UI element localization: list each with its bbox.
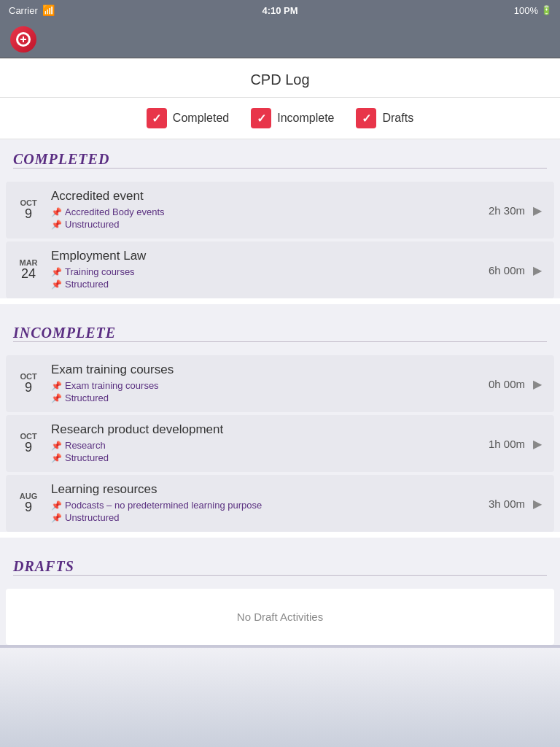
- date-block-0: OCT 9: [15, 198, 42, 222]
- inc-arrow-icon-1[interactable]: ▶: [529, 436, 545, 452]
- inc-activity-title-0: Exam training courses: [51, 363, 480, 377]
- tab-completed[interactable]: Completed: [147, 108, 229, 128]
- arrow-icon-0[interactable]: ▶: [529, 202, 545, 218]
- incomplete-check-icon: [251, 108, 271, 128]
- inc-duration-text-0: 0h 00m: [489, 378, 525, 390]
- tag-text-0-1: Unstructured: [65, 219, 119, 230]
- inc-date-block-0: OCT 9: [15, 372, 42, 395]
- inc-tag-text-2-1: Unstructured: [65, 512, 119, 523]
- completed-check-icon: [147, 108, 167, 128]
- status-bar: Carrier 📶 4:10 PM 100% 🔋: [0, 0, 560, 20]
- background-area: [0, 648, 560, 747]
- drafts-section-title: DRAFTS: [13, 558, 547, 575]
- inc-tag-text-0-0: Exam training courses: [65, 380, 159, 391]
- tab-incomplete[interactable]: Incomplete: [251, 108, 334, 128]
- incomplete-section: INCOMPLETE OCT 9 Exam training courses 📌…: [0, 313, 560, 532]
- inc-arrow-icon-0[interactable]: ▶: [529, 376, 545, 392]
- nav-bar: [0, 20, 560, 58]
- inc-activity-tag-2-0: 📌 Podcasts – no predetermined learning p…: [51, 500, 480, 511]
- cpd-title-section: CPD Log: [0, 58, 560, 98]
- duration-text-1: 6h 00m: [489, 264, 525, 276]
- activity-title-1: Employment Law: [51, 249, 480, 263]
- inc-date-block-1: OCT 9: [15, 432, 42, 455]
- inc-date-day-1: 9: [25, 441, 32, 455]
- spacer-2: [0, 538, 560, 546]
- completed-item-0[interactable]: OCT 9 Accredited event 📌 Accredited Body…: [6, 182, 554, 239]
- inc-activity-title-2: Learning resources: [51, 482, 480, 497]
- inc-activity-tag-2-1: 📌 Unstructured: [51, 512, 480, 523]
- tab-drafts-label: Drafts: [382, 112, 413, 125]
- inc-activity-title-1: Research product development: [51, 422, 480, 437]
- incomplete-header: INCOMPLETE: [0, 313, 560, 352]
- incomplete-item-1[interactable]: OCT 9 Research product development 📌 Res…: [6, 415, 554, 472]
- incomplete-section-title: INCOMPLETE: [13, 325, 547, 341]
- inc-duration-text-1: 1h 00m: [489, 438, 525, 450]
- activity-tag-1-1: 📌 Structured: [51, 279, 480, 290]
- inc-tag-pin-icon-1-1: 📌: [51, 453, 62, 463]
- duration-text-0: 2h 30m: [489, 204, 525, 217]
- spacer-1: [0, 304, 560, 313]
- battery-icon: 🔋: [541, 5, 551, 15]
- inc-tag-text-1-0: Research: [65, 440, 106, 451]
- inc-activity-tag-1-0: 📌 Research: [51, 440, 480, 451]
- inc-date-day-0: 9: [25, 381, 32, 395]
- inc-activity-tag-0-1: 📌 Structured: [51, 392, 480, 403]
- tag-pin-icon-0-0: 📌: [51, 207, 62, 217]
- tag-text-1-0: Training courses: [65, 266, 135, 277]
- wifi-icon: 📶: [42, 4, 55, 16]
- inc-activity-info-2: Learning resources 📌 Podcasts – no prede…: [51, 482, 480, 525]
- status-bar-left: Carrier 📶: [9, 4, 55, 16]
- tab-completed-label: Completed: [173, 112, 229, 125]
- inc-activity-tag-0-0: 📌 Exam training courses: [51, 380, 480, 391]
- date-day-1: 24: [21, 267, 36, 282]
- main-content: CPD Log Completed Incomplete Drafts COMP…: [0, 58, 560, 645]
- inc-date-block-2: AUG 9: [15, 492, 42, 515]
- inc-tag-pin-icon-0-1: 📌: [51, 393, 62, 403]
- carrier-label: Carrier: [9, 5, 38, 16]
- incomplete-item-0[interactable]: OCT 9 Exam training courses 📌 Exam train…: [6, 355, 554, 412]
- completed-header: COMPLETED: [0, 139, 560, 179]
- drafts-header: DRAFTS: [0, 546, 560, 586]
- drafts-check-icon: [356, 108, 376, 128]
- incomplete-divider: [13, 341, 547, 342]
- completed-divider: [13, 168, 547, 169]
- inc-date-day-2: 9: [25, 500, 32, 515]
- date-day-0: 9: [25, 207, 32, 222]
- inc-tag-text-2-0: Podcasts – no predetermined learning pur…: [65, 500, 262, 511]
- activity-tag-1-0: 📌 Training courses: [51, 266, 480, 277]
- inc-arrow-icon-2[interactable]: ▶: [529, 495, 545, 511]
- activity-tag-0-0: 📌 Accredited Body events: [51, 206, 480, 217]
- tab-drafts[interactable]: Drafts: [356, 108, 413, 128]
- tag-text-1-1: Structured: [65, 279, 109, 290]
- inc-duration-text-2: 3h 00m: [489, 498, 525, 510]
- activity-duration-1: 6h 00m ▶: [489, 262, 545, 278]
- drafts-divider: [13, 575, 547, 576]
- activity-duration-0: 2h 30m ▶: [489, 202, 545, 218]
- status-bar-time: 4:10 PM: [262, 5, 298, 16]
- inc-activity-tag-1-1: 📌 Structured: [51, 452, 480, 463]
- inc-tag-pin-icon-2-0: 📌: [51, 500, 62, 511]
- completed-section: COMPLETED OCT 9 Accredited event 📌 Accre…: [0, 139, 560, 298]
- activity-tag-0-1: 📌 Unstructured: [51, 219, 480, 230]
- inc-tag-text-1-1: Structured: [65, 452, 109, 463]
- completed-item-1[interactable]: MAR 24 Employment Law 📌 Training courses…: [6, 241, 554, 298]
- app-logo[interactable]: [10, 26, 36, 53]
- date-block-1: MAR 24: [15, 258, 42, 282]
- inc-activity-duration-1: 1h 00m ▶: [489, 436, 545, 452]
- drafts-empty-message: No Draft Activities: [6, 589, 554, 645]
- status-bar-right: 100% 🔋: [514, 5, 551, 16]
- page-title: CPD Log: [0, 71, 560, 88]
- inc-tag-pin-icon-2-1: 📌: [51, 513, 62, 523]
- tag-pin-icon-1-0: 📌: [51, 267, 62, 277]
- activity-info-0: Accredited event 📌 Accredited Body event…: [51, 189, 480, 231]
- tag-pin-icon-0-1: 📌: [51, 220, 62, 230]
- logo-inner: [16, 32, 31, 47]
- arrow-icon-1[interactable]: ▶: [529, 262, 545, 278]
- inc-activity-duration-0: 0h 00m ▶: [489, 376, 545, 392]
- battery-percent: 100%: [514, 5, 538, 16]
- inc-activity-duration-2: 3h 00m ▶: [489, 495, 545, 511]
- incomplete-item-2[interactable]: AUG 9 Learning resources 📌 Podcasts – no…: [6, 475, 554, 532]
- drafts-section: DRAFTS No Draft Activities: [0, 546, 560, 645]
- tab-incomplete-label: Incomplete: [277, 112, 334, 125]
- tag-text-0-0: Accredited Body events: [65, 206, 165, 217]
